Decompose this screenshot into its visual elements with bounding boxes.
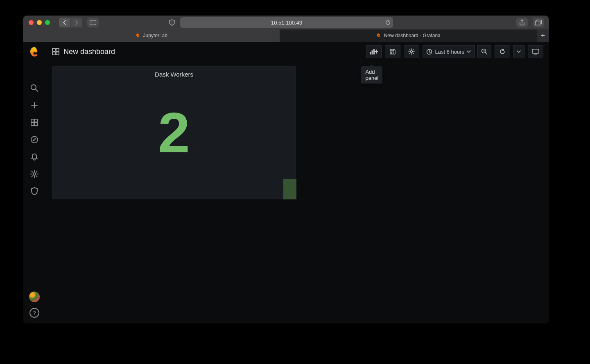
nav-dashboards[interactable]	[28, 114, 41, 131]
grafana-app: ? New dashboard	[23, 42, 549, 323]
svg-rect-29	[532, 49, 539, 53]
help-button[interactable]: ?	[29, 308, 39, 318]
grafana-logo[interactable]	[28, 46, 41, 59]
tab-overview-button[interactable]	[533, 18, 544, 27]
nav-alerting[interactable]	[28, 148, 41, 165]
gear-icon	[408, 48, 415, 55]
browser-tab-strip: JupyterLab New dashboard - Grafana +	[23, 29, 549, 42]
tab-overview-icon	[535, 20, 542, 25]
time-range-zoom-out-button[interactable]	[477, 45, 491, 58]
url-text: 10.51.100.43	[271, 20, 302, 26]
sidebar-icon	[90, 20, 96, 25]
refresh-button[interactable]	[495, 45, 510, 58]
nav-configuration[interactable]	[28, 165, 41, 183]
nav-explore[interactable]	[28, 131, 41, 148]
monitor-icon	[532, 49, 539, 54]
gear-icon	[30, 170, 38, 178]
dashboard-settings-button[interactable]	[404, 45, 419, 58]
url-bar[interactable]: 10.51.100.43	[180, 17, 393, 28]
nav-create[interactable]	[28, 97, 41, 114]
titlebar-right	[516, 18, 544, 27]
refresh-icon	[499, 48, 506, 55]
nav-buttons	[59, 18, 82, 27]
save-icon	[389, 48, 396, 55]
page-title: New dashboard	[63, 47, 115, 56]
svg-rect-16	[56, 48, 59, 51]
window-controls	[29, 20, 50, 25]
clock-icon	[426, 49, 432, 55]
new-tab-button[interactable]: +	[537, 29, 549, 42]
add-panel-button[interactable]	[366, 45, 382, 58]
svg-point-24	[411, 51, 413, 53]
panel-dask-workers[interactable]: Dask Workers 2	[52, 66, 296, 199]
svg-rect-15	[52, 48, 55, 51]
window-minimize-button[interactable]	[37, 20, 42, 25]
svg-rect-4	[536, 21, 540, 25]
window-maximize-button[interactable]	[45, 20, 50, 25]
save-dashboard-button[interactable]	[385, 45, 400, 58]
window-close-button[interactable]	[29, 20, 34, 25]
svg-rect-10	[35, 119, 38, 122]
grafana-mini-icon	[376, 33, 382, 38]
reload-button[interactable]	[385, 20, 391, 25]
chevron-right-icon	[75, 20, 79, 25]
panel-title: Dask Workers	[52, 67, 296, 79]
grafana-main: New dashboard Add panel	[46, 42, 549, 323]
search-icon	[30, 84, 38, 92]
chevron-left-icon	[63, 20, 67, 25]
browser-tab-label: New dashboard - Grafana	[384, 33, 441, 38]
svg-rect-17	[52, 52, 55, 55]
dashboard-canvas: Dask Workers 2	[52, 66, 543, 319]
svg-rect-19	[370, 52, 371, 54]
forward-button[interactable]	[71, 18, 82, 27]
shield-icon	[169, 19, 175, 26]
share-icon	[519, 19, 525, 26]
nav-search[interactable]	[28, 79, 41, 97]
panel-body: 2	[52, 79, 296, 186]
svg-rect-11	[31, 123, 34, 126]
dashboards-icon	[30, 118, 38, 127]
svg-point-5	[31, 85, 36, 90]
safari-titlebar: 10.51.100.43	[23, 16, 549, 29]
time-range-label: Last 6 hours	[435, 49, 464, 55]
grafana-left-nav: ?	[23, 42, 46, 323]
cycle-view-mode-button[interactable]	[528, 45, 543, 58]
browser-tab-label: JupyterLab	[143, 33, 167, 38]
share-button[interactable]	[516, 18, 528, 27]
shield-icon	[31, 187, 38, 195]
add-panel-icon	[370, 48, 378, 55]
breadcrumb[interactable]: New dashboard	[52, 47, 115, 56]
svg-rect-20	[372, 50, 373, 54]
browser-tab-grafana[interactable]: New dashboard - Grafana	[280, 29, 537, 42]
safari-sidebar-button[interactable]	[87, 18, 99, 27]
svg-line-6	[36, 89, 38, 91]
privacy-shield-button[interactable]	[167, 18, 177, 27]
bell-icon	[30, 153, 38, 161]
chevron-down-icon	[517, 50, 521, 53]
chevron-down-icon	[467, 50, 471, 53]
zoom-out-icon	[481, 48, 488, 55]
svg-rect-0	[90, 20, 96, 25]
grafana-mini-icon	[135, 33, 141, 38]
svg-rect-9	[31, 119, 34, 122]
back-button[interactable]	[59, 18, 70, 27]
dashboards-icon	[52, 48, 59, 55]
svg-rect-12	[35, 123, 38, 126]
panel-resize-handle[interactable]	[283, 179, 296, 199]
refresh-interval-button[interactable]	[513, 45, 524, 58]
reload-icon	[385, 20, 391, 25]
safari-window: 10.51.100.43 JupyterLab New dashboard - …	[23, 16, 549, 323]
svg-point-13	[31, 136, 38, 143]
plus-icon	[30, 101, 38, 109]
svg-line-27	[486, 53, 487, 54]
grafana-toolbar: New dashboard Add panel	[46, 42, 549, 61]
nav-admin[interactable]	[28, 183, 41, 200]
time-range-picker[interactable]: Last 6 hours	[423, 45, 475, 58]
panel-value: 2	[158, 104, 190, 161]
browser-tab-jupyterlab[interactable]: JupyterLab	[23, 29, 280, 42]
svg-point-14	[33, 173, 36, 175]
explore-icon	[30, 136, 38, 144]
svg-rect-18	[56, 52, 59, 55]
user-avatar[interactable]	[29, 292, 40, 302]
